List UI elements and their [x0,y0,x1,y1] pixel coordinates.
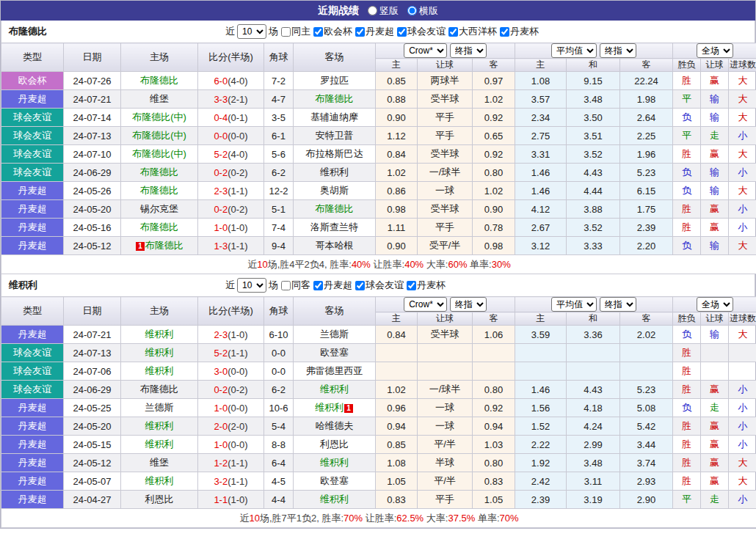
odds-home-cell: 1.02 [376,164,418,182]
type-badge-cell: 球会友谊 [1,344,64,362]
odds-home-cell: 1.02 [376,381,418,399]
away-team-cell: 欧登塞 [294,344,376,362]
odds-away-cell: 0.90 [473,200,515,219]
odds-stage-select[interactable]: 终指 [450,297,487,312]
same-venue-label: 同主 [291,25,310,38]
score-cell: 0-2(0-2) [198,200,264,219]
date-cell: 24-07-13 [64,127,121,145]
vertical-radio-input[interactable] [368,6,377,15]
full-time-score: 2-3 [214,329,228,340]
date-cell: 24-05-26 [64,182,121,200]
league-filter-checkbox[interactable]: 欧会杯 [313,25,352,38]
same-venue-input[interactable] [281,281,291,290]
full-match-select[interactable]: 全场 [697,43,733,58]
full-time-score: 0-2 [214,384,228,395]
avg-draw-cell [567,344,620,362]
full-time-score: 3-0 [214,366,228,377]
full-time-score: 0-4 [214,112,228,123]
col-result-handicap: 让球 [701,312,729,326]
summary-label: 单率: [467,259,491,270]
league-filter-checkbox[interactable]: 丹麦杯 [407,279,446,292]
team-name: 利恩比 [145,494,174,505]
league-filter-input[interactable] [397,27,407,37]
table-row: 丹麦超24-05-26布隆德比2-3(1-1)12-2奥胡斯0.86一球1.02… [1,182,756,200]
home-team-cell: 维积利 [121,362,198,381]
league-filter-input[interactable] [355,281,365,290]
avg-away-cell: 2.02 [620,326,673,344]
team-name: 布隆德比 [145,240,183,251]
league-filter-checkbox[interactable]: 球会友谊 [355,279,404,292]
average-stage-select[interactable]: 终指 [600,43,636,58]
summary-label: 大率: [424,513,448,524]
home-team-cell: 锡尔克堡 [121,200,198,219]
table-row: 丹麦超24-05-20锡尔克堡0-2(0-2)5-1布隆德比0.98受半球0.9… [1,200,756,219]
result-winlose-cell: 负 [673,237,701,255]
team-controls-brondby: 布隆德比 近10场同主欧会杯丹麦超球会友谊大西洋杯丹麦杯 [1,21,755,43]
odds-away-cell: 1.03 [473,436,515,454]
col-corner: 角球 [264,297,294,326]
summary-label: 场,胜4平2负4, 胜率: [268,259,352,270]
avg-draw-cell: 3.19 [567,491,620,509]
odds-handicap-cell: 平/半 [418,436,473,454]
full-match-select[interactable]: 全场 [697,297,733,312]
league-filter-checkbox[interactable]: 丹麦超 [313,279,352,292]
result-winlose-cell: 胜 [673,417,701,436]
filter-controls: 近10场同主欧会杯丹麦超球会友谊大西洋杯丹麦杯 [225,24,539,39]
avg-away-cell: 5.23 [620,381,673,399]
type-badge-cell: 丹麦超 [1,90,64,109]
odds-handicap-cell: 一球 [418,399,473,417]
league-filter-input[interactable] [500,27,509,37]
half-time-score: (1-1) [228,348,247,359]
average-select[interactable]: 平均值 [551,43,597,58]
league-filter-input[interactable] [407,281,416,290]
league-filter-checkbox[interactable]: 丹麦超 [355,25,394,38]
result-handicap-cell: 输 [701,237,729,255]
date-cell: 24-06-29 [64,381,121,399]
league-filter-input[interactable] [355,27,365,37]
result-handicap-cell: 赢 [701,219,729,237]
league-filter-input[interactable] [313,27,323,37]
avg-away-cell: 1.96 [620,145,673,164]
corner-cell: 6-1 [264,127,294,145]
league-filter-checkbox[interactable]: 丹麦杯 [500,25,539,38]
recent-count-select[interactable]: 10 [237,278,266,293]
col-odds-away: 客 [473,312,515,326]
away-team-cell: 哈维德夫 [294,417,376,436]
league-filter-checkbox[interactable]: 球会友谊 [397,25,446,38]
league-filter-checkbox[interactable]: 大西洋杯 [448,25,497,38]
layout-radio-vertical[interactable]: 竖版 [368,4,399,18]
bookmaker-select[interactable]: Crow* [404,43,447,58]
away-team-cell: 布隆德比 [294,200,376,219]
recent-count-select[interactable]: 10 [237,24,266,39]
result-winlose-cell: 胜 [673,219,701,237]
same-venue-checkbox[interactable]: 同客 [281,279,310,292]
corner-cell: 4-4 [264,491,294,509]
avg-away-cell [620,362,673,381]
matches-label: 场 [269,25,278,38]
odds-away-cell: 1.05 [473,491,515,509]
average-stage-select[interactable]: 终指 [600,297,636,312]
horizontal-radio-input[interactable] [407,6,417,15]
away-team-cell: 维积利 [294,164,376,182]
same-venue-input[interactable] [281,27,291,37]
layout-radio-horizontal[interactable]: 横版 [407,4,438,18]
result-winlose-cell: 胜 [673,381,701,399]
team-name: 维积利 [145,475,174,486]
odds-home-cell: 0.90 [376,237,418,255]
corner-cell: 5-1 [264,200,294,219]
odds-away-cell: 0.65 [473,127,515,145]
same-venue-checkbox[interactable]: 同主 [281,25,310,38]
bookmaker-select[interactable]: Crow* [404,297,447,312]
corner-cell: 3-5 [264,109,294,127]
avg-draw-cell: 9.15 [567,72,620,90]
team-name: 奥胡斯 [320,185,349,196]
odds-stage-select[interactable]: 终指 [450,43,487,58]
league-filter-input[interactable] [448,27,458,37]
away-team-cell: 兰德斯 [294,326,376,344]
league-filter-input[interactable] [313,281,323,290]
average-select[interactable]: 平均值 [551,297,597,312]
type-badge-cell: 球会友谊 [1,362,64,381]
odds-away-cell: 1.02 [473,90,515,109]
odds-home-cell: 1.08 [376,454,418,472]
team-name: 哥本哈根 [316,240,354,251]
